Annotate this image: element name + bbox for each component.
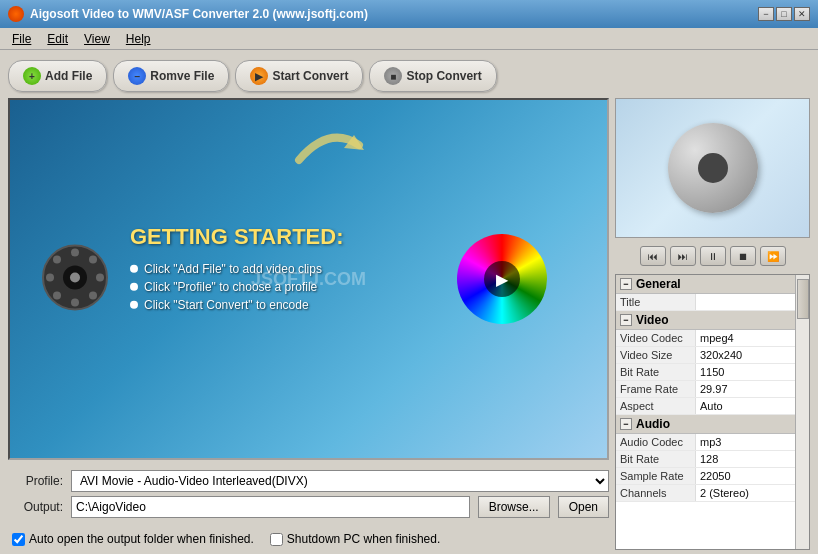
menu-file[interactable]: File xyxy=(4,30,39,48)
output-label: Output: xyxy=(8,500,63,514)
step-2: Click "Profile" to choose a profile xyxy=(130,280,343,294)
shutdown-checkbox[interactable] xyxy=(270,533,283,546)
aspect-row: Aspect Auto xyxy=(616,398,795,415)
profile-row: Profile: AVI Movie - Audio-Video Interle… xyxy=(8,470,609,492)
profile-select[interactable]: AVI Movie - Audio-Video Interleaved(DIVX… xyxy=(71,470,609,492)
app-icon xyxy=(8,6,24,22)
minimize-button[interactable]: − xyxy=(758,7,774,21)
aspect-value: Auto xyxy=(696,398,795,414)
scrollbar-thumb[interactable] xyxy=(797,279,809,319)
start-icon: ▶ xyxy=(250,67,268,85)
audio-collapse[interactable]: − xyxy=(620,418,632,430)
properties-scroll[interactable]: − General Title − Video xyxy=(616,275,795,549)
step-dot-1 xyxy=(130,265,138,273)
title-bar: Aigosoft Video to WMV/ASF Converter 2.0 … xyxy=(0,0,818,28)
start-convert-button[interactable]: ▶ Start Convert xyxy=(235,60,363,92)
stop-convert-button[interactable]: ■ Stop Convert xyxy=(369,60,496,92)
general-label: General xyxy=(636,277,681,291)
menu-view[interactable]: View xyxy=(76,30,118,48)
frame-rate-key: Frame Rate xyxy=(616,381,696,397)
title-key: Title xyxy=(616,294,696,310)
svg-point-10 xyxy=(89,256,97,264)
audio-bitrate-row: Bit Rate 128 xyxy=(616,451,795,468)
stop-convert-label: Stop Convert xyxy=(406,69,481,83)
channels-key: Channels xyxy=(616,485,696,501)
audio-label: Audio xyxy=(636,417,670,431)
title-value xyxy=(696,294,795,310)
body-area: GETTING STARTED: Click "Add File" to add… xyxy=(4,98,814,550)
audio-section-header: − Audio xyxy=(616,415,795,434)
step-dot-3 xyxy=(130,301,138,309)
scrollbar[interactable] xyxy=(795,275,809,549)
video-size-key: Video Size xyxy=(616,347,696,363)
svg-point-7 xyxy=(96,274,104,282)
forward-button[interactable]: ⏭ xyxy=(670,246,696,266)
video-collapse[interactable]: − xyxy=(620,314,632,326)
stop-button[interactable]: ⏹ xyxy=(730,246,756,266)
bottom-bar: Auto open the output folder when finishe… xyxy=(8,528,609,550)
video-codec-key: Video Codec xyxy=(616,330,696,346)
frame-rate-row: Frame Rate 29.97 xyxy=(616,381,795,398)
rewind-button[interactable]: ⏮ xyxy=(640,246,666,266)
general-section-header: − General xyxy=(616,275,795,294)
sample-rate-value: 22050 xyxy=(696,468,795,484)
window-title: Aigosoft Video to WMV/ASF Converter 2.0 … xyxy=(30,7,368,21)
close-button[interactable]: ✕ xyxy=(794,7,810,21)
play-button[interactable]: ▶ xyxy=(484,261,520,297)
stop-icon: ■ xyxy=(384,67,402,85)
properties-panel: − General Title − Video xyxy=(615,274,810,550)
remove-file-button[interactable]: − Romve File xyxy=(113,60,229,92)
menu-edit[interactable]: Edit xyxy=(39,30,76,48)
general-collapse[interactable]: − xyxy=(620,278,632,290)
auto-open-label[interactable]: Auto open the output folder when finishe… xyxy=(12,532,254,546)
reel-inner xyxy=(698,153,728,183)
getting-started: GETTING STARTED: Click "Add File" to add… xyxy=(130,224,343,316)
output-input[interactable] xyxy=(71,496,470,518)
svg-point-9 xyxy=(89,292,97,300)
svg-point-3 xyxy=(70,273,80,283)
svg-point-6 xyxy=(46,274,54,282)
color-wheel[interactable]: ▶ xyxy=(457,234,547,324)
video-size-value: 320x240 xyxy=(696,347,795,363)
open-button[interactable]: Open xyxy=(558,496,609,518)
video-codec-value: mpeg4 xyxy=(696,330,795,346)
svg-point-5 xyxy=(71,299,79,307)
arrow-decoration xyxy=(279,120,379,180)
svg-point-11 xyxy=(53,292,61,300)
getting-started-steps: Click "Add File" to add video clips Clic… xyxy=(130,262,343,312)
aspect-key: Aspect xyxy=(616,398,696,414)
form-area: Profile: AVI Movie - Audio-Video Interle… xyxy=(8,464,609,524)
preview-thumbnail xyxy=(615,98,810,238)
add-file-button[interactable]: + Add File xyxy=(8,60,107,92)
maximize-button[interactable]: □ xyxy=(776,7,792,21)
audio-bitrate-key: Bit Rate xyxy=(616,451,696,467)
transport-controls: ⏮ ⏭ ⏸ ⏹ ⏩ xyxy=(615,242,810,270)
video-label: Video xyxy=(636,313,668,327)
menu-help[interactable]: Help xyxy=(118,30,159,48)
title-bar-left: Aigosoft Video to WMV/ASF Converter 2.0 … xyxy=(8,6,368,22)
frame-rate-value: 29.97 xyxy=(696,381,795,397)
audio-codec-row: Audio Codec mp3 xyxy=(616,434,795,451)
preview-area: GETTING STARTED: Click "Add File" to add… xyxy=(8,98,609,460)
remove-icon: − xyxy=(128,67,146,85)
profile-label: Profile: xyxy=(8,474,63,488)
title-row: Title xyxy=(616,294,795,311)
channels-value: 2 (Stereo) xyxy=(696,485,795,501)
auto-open-checkbox[interactable] xyxy=(12,533,25,546)
menu-bar: File Edit View Help xyxy=(0,28,818,50)
video-bitrate-key: Bit Rate xyxy=(616,364,696,380)
output-row: Output: Browse... Open xyxy=(8,496,609,518)
video-bitrate-value: 1150 xyxy=(696,364,795,380)
browse-button[interactable]: Browse... xyxy=(478,496,550,518)
step-dot-2 xyxy=(130,283,138,291)
shutdown-label[interactable]: Shutdown PC when finished. xyxy=(270,532,440,546)
remove-file-label: Romve File xyxy=(150,69,214,83)
pause-button[interactable]: ⏸ xyxy=(700,246,726,266)
fast-forward-button[interactable]: ⏩ xyxy=(760,246,786,266)
svg-point-4 xyxy=(71,249,79,257)
sample-rate-row: Sample Rate 22050 xyxy=(616,468,795,485)
getting-started-title: GETTING STARTED: xyxy=(130,224,343,250)
left-panel: GETTING STARTED: Click "Add File" to add… xyxy=(8,98,609,550)
audio-codec-key: Audio Codec xyxy=(616,434,696,450)
video-codec-row: Video Codec mpeg4 xyxy=(616,330,795,347)
